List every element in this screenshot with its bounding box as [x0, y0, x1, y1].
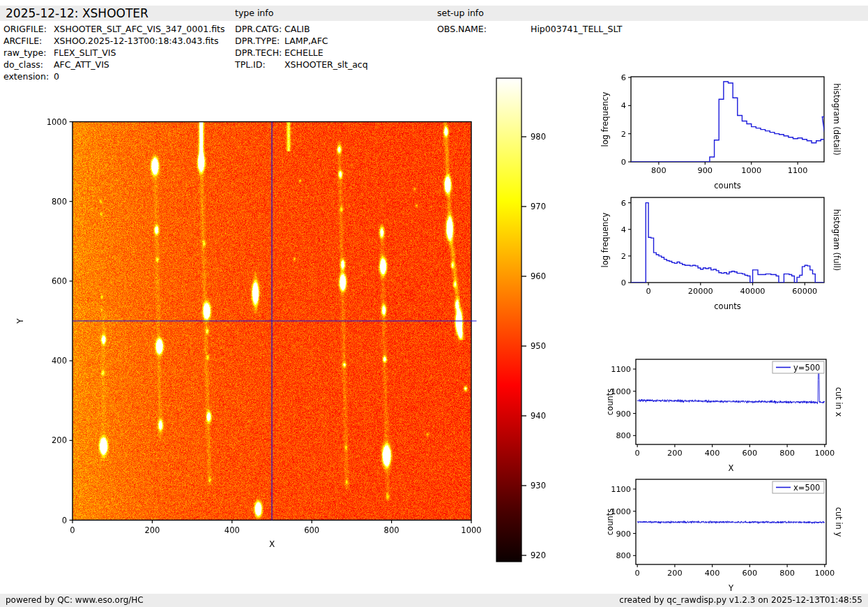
hist_full-right-label: histogram (full)	[832, 209, 842, 271]
cut_y-xtick-label: 600	[743, 569, 758, 578]
hist-full-curve	[631, 203, 824, 283]
raw-image-xtick-label: 600	[304, 525, 319, 535]
cut_y-xtick-label: 800	[779, 569, 795, 578]
cut_y-xlabel: Y	[728, 583, 734, 593]
colorbar: 920930940950960970980	[496, 78, 546, 562]
hist_detail-xlabel: counts	[714, 181, 740, 190]
cut-y-curve	[637, 520, 825, 523]
cut_x-xtick-label: 400	[705, 449, 720, 458]
colorbar-tick-label: 960	[531, 271, 546, 281]
hist_detail-xtick-label: 1000	[741, 166, 761, 175]
hist-detail-curve	[631, 82, 825, 162]
footer-bar: powered by QC: www.eso.org/HC created by…	[0, 594, 868, 607]
raw-image-ytick-label: 600	[52, 276, 67, 286]
raw-image-ytick-label: 1000	[47, 117, 67, 127]
hist_full-ytick-label: 4	[621, 225, 626, 234]
hist_full-xtick-label: 40000	[740, 287, 766, 296]
raw-image-axes: 0200400600800100002004006008001000XY	[15, 117, 482, 549]
colorbar-tick-label: 930	[531, 481, 546, 490]
hist_full-xtick-label: 60000	[792, 287, 817, 296]
raw-image-xtick-label: 0	[70, 525, 75, 535]
cut_x-xtick-label: 800	[779, 449, 795, 458]
colorbar-tick-label: 980	[531, 132, 546, 142]
hist-full-plot: 02000040000600000246countslog frequencyh…	[600, 197, 842, 311]
cut_x-ytick-label: 1100	[611, 365, 631, 374]
raw-image-xtick-label: 200	[144, 525, 160, 535]
cut-x-plot: 0200400600800100080090010001100Xcountscu…	[605, 359, 844, 473]
hist_detail-right-label: histogram (detail)	[832, 83, 842, 155]
qc-report-page: 2025-12-12: XSHOOTER type info set-up in…	[0, 0, 868, 607]
raw-image-ytick-label: 800	[52, 197, 67, 207]
colorbar-tick-label: 940	[531, 411, 546, 421]
hist_detail-ytick-label: 4	[621, 101, 626, 110]
cut_y-legend-label: x=500	[793, 483, 820, 493]
cut_y-xtick-label: 0	[635, 569, 640, 578]
raw-image-ylabel: Y	[15, 318, 25, 324]
colorbar-tick-label: 950	[531, 341, 546, 351]
hist_detail-xtick-label: 900	[698, 166, 713, 175]
hist_full-xlabel: counts	[714, 301, 740, 311]
cut_y-ytick-label: 1100	[611, 485, 631, 494]
hist_full-xtick-label: 0	[646, 287, 650, 296]
cut_x-xtick-label: 600	[743, 449, 758, 458]
hist_detail-ytick-label: 0	[621, 158, 626, 167]
hist_detail-frame	[631, 77, 824, 162]
cut_x-xtick-label: 200	[667, 449, 683, 458]
cut_y-xtick-label: 400	[705, 569, 720, 578]
hist_full-ytick-label: 2	[621, 252, 626, 261]
hist_full-ytick-label: 6	[621, 199, 626, 208]
hist_detail-ytick-label: 6	[621, 73, 626, 82]
hist_detail-xtick-label: 800	[651, 166, 667, 175]
plots-overlay: 800900100011000246countslog frequencyhis…	[0, 0, 868, 607]
hist_full-frame	[631, 197, 824, 283]
raw-image-xlabel: X	[269, 539, 275, 549]
cut_x-xtick-label: 0	[635, 449, 640, 458]
raw-image-xtick-label: 800	[384, 525, 399, 535]
raw-image-ytick-label: 200	[52, 435, 67, 445]
cut_y-ytick-label: 800	[616, 551, 631, 560]
hist_detail-ytick-label: 2	[621, 130, 626, 139]
cut_y-ylabel: counts	[605, 509, 615, 535]
colorbar-gradient	[496, 78, 521, 562]
raw-image-xtick-label: 1000	[461, 525, 481, 535]
raw-image-ytick-label: 0	[62, 516, 67, 525]
cut_y-right-label: cut in y	[834, 507, 844, 537]
cut_x-legend-label: y=500	[793, 363, 820, 373]
colorbar-tick-label: 920	[531, 550, 546, 560]
cut_x-ytick-label: 800	[616, 431, 631, 440]
hist_full-xtick-label: 20000	[688, 287, 713, 296]
hist_full-ytick-label: 0	[621, 278, 626, 287]
cut_x-xtick-label: 1000	[814, 449, 835, 458]
raw-image-ytick-label: 400	[52, 356, 67, 366]
footer-powered-by: powered by QC: www.eso.org/HC	[6, 595, 144, 605]
cut_x-ylabel: counts	[605, 389, 615, 415]
hist_full-ylabel: log frequency	[600, 212, 610, 267]
cut_x-right-label: cut in x	[834, 387, 844, 417]
cut-y-plot: 0200400600800100080090010001100Ycountscu…	[605, 479, 844, 593]
hist_detail-xtick-label: 1100	[788, 166, 808, 175]
colorbar-tick-label: 970	[531, 202, 546, 211]
cut_x-xlabel: X	[729, 463, 734, 473]
footer-created-by: created by qc_rawdisp.py v1.2.3 on 2025-…	[619, 595, 862, 605]
hist-detail-plot: 800900100011000246countslog frequencyhis…	[600, 73, 842, 190]
hist_detail-ylabel: log frequency	[600, 91, 610, 147]
cut_y-ytick-label: 900	[616, 530, 631, 539]
cut_x-ytick-label: 900	[616, 410, 631, 419]
cut_y-xtick-label: 200	[667, 569, 683, 578]
raw-image-xtick-label: 400	[224, 525, 240, 535]
cut_y-xtick-label: 1000	[814, 569, 835, 578]
